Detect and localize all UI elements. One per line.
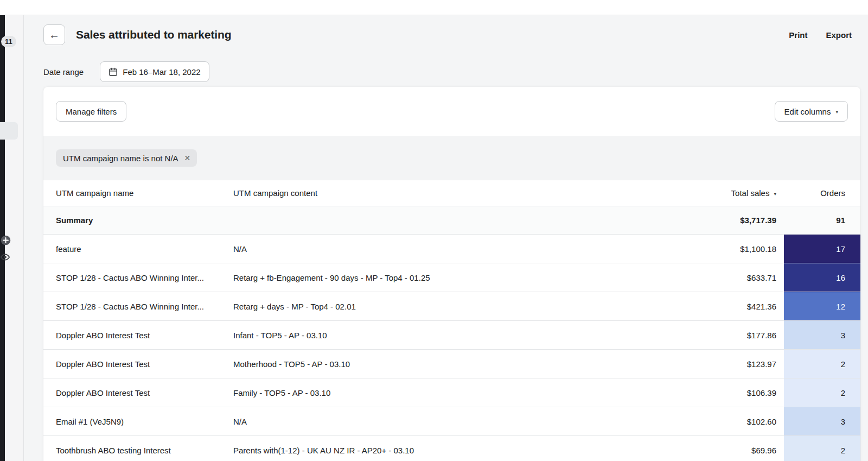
header-orders[interactable]: Orders [784,180,860,206]
cell-utm-campaign-name: Toothbrush ABO testing Interest [43,436,233,461]
cell-orders-heatmap: 16 [784,263,860,292]
plus-circle-icon[interactable] [1,235,11,245]
cell-orders-heatmap: 2 [784,378,860,407]
summary-label: Summary [43,206,233,234]
cell-utm-campaign-content: Motherhood - TOP5 - AP - 03.10 [233,350,668,378]
cell-utm-campaign-name: Doppler ABO Interest Test [43,321,233,349]
remove-filter-icon[interactable]: ✕ [184,154,191,162]
eye-icon[interactable] [0,252,10,262]
table-body: feature N/A $1,100.18 17 STOP 1/28 - Cac… [43,235,860,461]
cell-orders-heatmap: 3 [784,321,860,349]
edit-columns-label: Edit columns [784,107,831,116]
table-row[interactable]: Doppler ABO Interest Test Family - TOP5 … [43,378,860,407]
print-button[interactable]: Print [789,30,807,40]
date-range-row: Date range Feb 16–Mar 18, 2022 [43,54,209,90]
back-arrow-icon: ← [49,29,60,41]
cell-total-sales: $106.39 [668,378,776,407]
filter-chip-label: UTM campaign name is not N/A [63,154,178,163]
filter-chip[interactable]: UTM campaign name is not N/A ✕ [56,149,197,167]
report-card: Manage filters Edit columns ▾ UTM campai… [43,87,860,461]
cell-orders-heatmap: 2 [784,436,860,461]
chevron-down-icon: ▾ [835,109,838,115]
summary-content [233,206,668,234]
export-button[interactable]: Export [826,30,852,40]
cell-utm-campaign-name: feature [43,235,233,263]
table-row[interactable]: Email #1 (VeJ5N9) N/A $102.60 3 [43,407,860,436]
sort-desc-icon: ▾ [774,191,776,197]
cell-total-sales: $633.71 [668,263,776,292]
card-toolbar: Manage filters Edit columns ▾ [43,87,860,136]
top-band [0,0,868,15]
cell-total-sales: $69.96 [668,436,776,461]
nav-count-badge: 11 [1,36,16,47]
cell-utm-campaign-content: Infant - TOP5 - AP - 03.10 [233,321,668,349]
manage-filters-label: Manage filters [66,107,117,116]
cell-utm-campaign-content: N/A [233,407,668,435]
header-total-sales[interactable]: Total sales ▾ [668,180,776,206]
edit-columns-button[interactable]: Edit columns ▾ [775,101,848,122]
table-row[interactable]: Doppler ABO Interest Test Motherhood - T… [43,350,860,378]
cell-total-sales: $177.86 [668,321,776,349]
header-utm-campaign-name[interactable]: UTM campaign name [43,180,233,206]
back-button[interactable]: ← [43,24,65,45]
applied-filters-band: UTM campaign name is not N/A ✕ [43,136,860,180]
page-title: Sales attributed to marketing [76,28,232,41]
app-window: 11 ← Sales attributed to marketing Print… [0,0,868,461]
calendar-icon [108,67,118,77]
summary-total-sales: $3,717.39 [668,206,776,234]
date-range-picker[interactable]: Feb 16–Mar 18, 2022 [100,61,209,82]
cell-utm-campaign-content: Retarg + fb-Engagement - 90 days - MP - … [233,263,668,292]
table-row[interactable]: Doppler ABO Interest Test Infant - TOP5 … [43,321,860,350]
table-row[interactable]: feature N/A $1,100.18 17 [43,235,860,263]
cell-total-sales: $102.60 [668,407,776,435]
cell-utm-campaign-name: Doppler ABO Interest Test [43,378,233,407]
header-utm-campaign-content[interactable]: UTM campaign content [233,180,668,206]
cell-utm-campaign-name: Email #1 (VeJ5N9) [43,407,233,435]
cell-total-sales: $1,100.18 [668,235,776,263]
cell-orders-heatmap: 2 [784,350,860,378]
cell-orders-heatmap: 12 [784,292,860,320]
cell-utm-campaign-name: Doppler ABO Interest Test [43,350,233,378]
table-row[interactable]: STOP 1/28 - Cactus ABO Winning Inter... … [43,263,860,292]
report-table: UTM campaign name UTM campaign content T… [43,180,860,461]
cell-orders-heatmap: 3 [784,407,860,435]
cell-utm-campaign-content: Parents with(1-12) - UK AU NZ IR - AP20+… [233,436,668,461]
table-header-row: UTM campaign name UTM campaign content T… [43,180,860,206]
sidebar-selected-item[interactable] [0,122,18,140]
cell-total-sales: $123.97 [668,350,776,378]
manage-filters-button[interactable]: Manage filters [56,101,126,122]
date-range-value: Feb 16–Mar 18, 2022 [123,67,200,77]
cell-orders-heatmap: 17 [784,235,860,263]
header-total-sales-label: Total sales [731,188,770,198]
header-actions: Print Export [789,30,860,40]
main-content: ← Sales attributed to marketing Print Ex… [24,15,868,461]
date-range-label: Date range [43,67,84,77]
cell-utm-campaign-content: Retarg + days - MP - Top4 - 02.01 [233,292,668,320]
cell-utm-campaign-content: N/A [233,235,668,263]
summary-row: Summary $3,717.39 91 [43,206,860,235]
table-row[interactable]: STOP 1/28 - Cactus ABO Winning Inter... … [43,292,860,321]
cell-utm-campaign-name: STOP 1/28 - Cactus ABO Winning Inter... [43,263,233,292]
cell-utm-campaign-name: STOP 1/28 - Cactus ABO Winning Inter... [43,292,233,320]
table-row[interactable]: Toothbrush ABO testing Interest Parents … [43,436,860,461]
page-header: ← Sales attributed to marketing Print Ex… [43,18,860,51]
cell-utm-campaign-content: Family - TOP5 - AP - 03.10 [233,378,668,407]
summary-orders: 91 [784,206,860,234]
cell-total-sales: $421.36 [668,292,776,320]
